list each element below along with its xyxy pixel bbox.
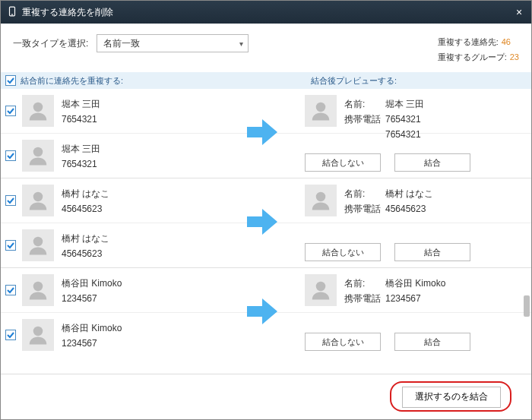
row-checkbox[interactable] xyxy=(5,106,16,116)
dont-merge-button[interactable]: 結合しない xyxy=(305,333,381,351)
preview-phone: 1234567 xyxy=(385,291,421,306)
merge-selected-button[interactable]: 選択するのを結合 xyxy=(402,387,501,408)
svg-point-2 xyxy=(33,103,43,112)
avatar xyxy=(22,95,54,127)
duplicate-group: 橋谷田 Kimoko 1234567 橋谷田 Kimoko 1234567 名前… xyxy=(1,267,531,357)
preview-name: 堀本 三田 xyxy=(385,96,424,112)
preview-panel: 名前:橋谷田 Kimoko 携帯電話1234567 結合しない 結合 xyxy=(305,274,516,351)
svg-marker-4 xyxy=(247,119,277,145)
row-checkbox[interactable] xyxy=(5,240,16,251)
preview-name: 橋村 はなこ xyxy=(385,186,433,201)
svg-point-13 xyxy=(316,282,326,292)
row-checkbox[interactable] xyxy=(5,150,16,161)
header-before: 結合前に連絡先を重複する: xyxy=(21,75,311,87)
preview-phone: 7654321 xyxy=(385,127,421,142)
preview-panel: 名前:橋村 はなこ 携帯電話45645623 結合しない 結合 xyxy=(305,185,516,261)
name-label: 名前: xyxy=(344,96,385,112)
duplicate-group: 橋村 はなこ 45645623 橋村 はなこ 45645623 名前:橋村 はな… xyxy=(1,178,531,267)
svg-point-9 xyxy=(316,192,326,202)
dup-groups-label: 重複するグループ: xyxy=(438,52,507,62)
name-label: 名前: xyxy=(344,276,385,291)
contact-phone: 7654321 xyxy=(62,112,100,127)
phone-label: 携帯電話 xyxy=(344,112,385,127)
svg-point-10 xyxy=(33,282,43,292)
contact-phone: 1234567 xyxy=(62,336,122,351)
svg-point-11 xyxy=(33,327,43,336)
contact-name: 堀本 三田 xyxy=(62,141,100,156)
svg-point-7 xyxy=(33,237,43,247)
row-checkbox[interactable] xyxy=(5,195,16,206)
stats: 重複する連絡先:46 重複するグループ:23 xyxy=(438,34,519,65)
arrow-right-icon xyxy=(247,119,277,148)
merge-button[interactable]: 結合 xyxy=(394,333,470,351)
preview-phone: 45645623 xyxy=(385,201,426,216)
scrollbar[interactable] xyxy=(524,86,530,344)
dont-merge-button[interactable]: 結合しない xyxy=(305,243,381,261)
contact-phone: 45645623 xyxy=(62,246,109,261)
avatar xyxy=(22,319,54,351)
avatar xyxy=(22,229,54,261)
duplicate-group: 堀本 三田 7654321 堀本 三田 7654321 名前:堀本 三田 携帯電… xyxy=(1,89,531,178)
group-list: 堀本 三田 7654321 堀本 三田 7654321 名前:堀本 三田 携帯電… xyxy=(1,89,531,393)
contact-phone: 7654321 xyxy=(62,156,100,172)
contact-name: 橋村 はなこ xyxy=(62,186,109,201)
footer: 選択するのを結合 xyxy=(1,374,531,419)
dont-merge-button[interactable]: 結合しない xyxy=(305,153,381,172)
row-checkbox[interactable] xyxy=(5,285,16,295)
arrow-right-icon xyxy=(247,298,277,327)
contact-phone: 1234567 xyxy=(62,291,122,306)
contact-phone: 45645623 xyxy=(62,201,109,216)
dup-groups-value: 23 xyxy=(510,52,519,62)
titlebar: 重複する連絡先を削除 × xyxy=(1,1,531,24)
svg-marker-12 xyxy=(247,298,277,324)
dup-contacts-label: 重複する連絡先: xyxy=(438,37,499,46)
caret-down-icon: ▾ xyxy=(239,39,243,48)
contact-name: 橋谷田 Kimoko xyxy=(62,276,122,291)
close-icon[interactable]: × xyxy=(513,6,525,18)
svg-point-3 xyxy=(33,147,43,157)
phone-label: 携帯電話 xyxy=(344,291,385,306)
contact-name: 橋谷田 Kimoko xyxy=(62,321,122,336)
avatar xyxy=(22,140,54,172)
phone-icon xyxy=(7,6,17,19)
window-title: 重複する連絡先を削除 xyxy=(22,6,113,19)
column-header: 結合前に連絡先を重複する: 結合後プレビューする: xyxy=(1,72,531,89)
match-type-value: 名前一致 xyxy=(103,37,140,50)
phone-label: 携帯電話 xyxy=(344,201,385,216)
match-type-label: 一致タイプを選択: xyxy=(13,34,97,65)
match-type-select[interactable]: 名前一致 ▾ xyxy=(97,34,249,52)
controls-row: 一致タイプを選択: 名前一致 ▾ 重複する連絡先:46 重複するグループ:23 xyxy=(1,24,531,72)
avatar xyxy=(305,185,337,216)
svg-marker-8 xyxy=(247,209,277,235)
preview-phone: 7654321 xyxy=(385,112,421,127)
avatar xyxy=(22,274,54,306)
header-after: 結合後プレビューする: xyxy=(311,75,531,87)
contact-name: 堀本 三田 xyxy=(62,96,100,112)
avatar xyxy=(305,274,337,306)
preview-name: 橋谷田 Kimoko xyxy=(385,276,445,291)
contact-name: 橋村 はなこ xyxy=(62,231,109,246)
name-label: 名前: xyxy=(344,186,385,201)
svg-point-6 xyxy=(33,192,43,202)
merge-button[interactable]: 結合 xyxy=(394,243,470,261)
svg-point-5 xyxy=(316,103,326,112)
dup-contacts-value: 46 xyxy=(502,37,511,46)
avatar xyxy=(22,185,54,216)
row-checkbox[interactable] xyxy=(5,330,16,340)
preview-panel: 名前:堀本 三田 携帯電話7654321 7654321 結合しない 結合 xyxy=(305,95,516,172)
merge-button[interactable]: 結合 xyxy=(394,153,470,172)
avatar xyxy=(305,95,337,127)
select-all-checkbox[interactable] xyxy=(5,75,16,86)
arrow-right-icon xyxy=(247,209,277,238)
